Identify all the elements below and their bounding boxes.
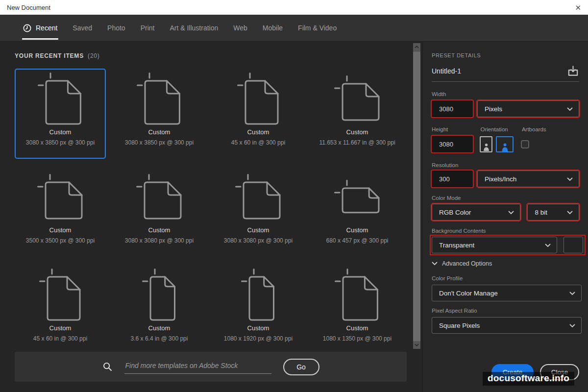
recent-item-card[interactable]: Custom 3500 x 3500 px @ 300 ppi xyxy=(15,167,106,257)
document-icon xyxy=(16,70,105,128)
scrollbar-thumb[interactable] xyxy=(413,51,420,341)
height-input[interactable] xyxy=(432,136,473,152)
pixel-aspect-ratio-value: Square Pixels xyxy=(439,322,480,329)
recent-item-title: Custom xyxy=(148,324,171,332)
resolution-label: Resolution xyxy=(432,162,579,168)
recent-item-card[interactable]: Custom 45 x 60 in @ 300 ppi xyxy=(15,265,106,355)
color-mode-row: RGB Color 8 bit xyxy=(432,204,579,220)
artboards-label: Artboards xyxy=(522,126,546,132)
chevron-down-icon xyxy=(545,242,551,249)
chevron-down-icon[interactable] xyxy=(413,341,420,349)
width-unit-select[interactable]: Pixels xyxy=(477,100,579,117)
height-labels-row: Height Orientation Artboards xyxy=(432,124,579,133)
window-close-icon[interactable]: ✕ xyxy=(575,4,581,11)
clock-icon xyxy=(23,24,31,32)
width-unit-value: Pixels xyxy=(485,105,502,113)
recent-item-card[interactable]: Custom 3.6 x 6.4 in @ 300 ppi xyxy=(114,265,205,355)
category-tabbar: Recent Saved Photo Print Art & Illustrat… xyxy=(0,15,588,42)
chevron-up-icon[interactable] xyxy=(413,43,420,51)
recent-item-title: Custom xyxy=(49,226,72,234)
bit-depth-select[interactable]: 8 bit xyxy=(527,204,579,220)
magnifier-icon xyxy=(102,362,113,372)
document-name-field[interactable] xyxy=(432,67,544,75)
artboards-checkbox[interactable] xyxy=(521,140,529,148)
recent-item-title: Custom xyxy=(247,128,270,136)
recent-item-title: Custom xyxy=(247,226,270,234)
pixel-aspect-ratio-select[interactable]: Square Pixels xyxy=(432,317,582,334)
landscape-person-icon[interactable] xyxy=(496,136,514,152)
background-contents-row: Transparent xyxy=(432,237,584,253)
resolution-row: Pixels/Inch xyxy=(432,171,579,187)
recent-item-card[interactable]: Custom 3080 x 3080 px @ 300 ppi xyxy=(213,167,304,257)
color-mode-select[interactable]: RGB Color xyxy=(432,204,520,220)
recent-item-card[interactable]: Custom 11.653 x 11.667 in @ 300 ppi xyxy=(312,69,403,159)
section-heading: YOUR RECENT ITEMS (20) xyxy=(15,52,422,59)
portrait-person-icon[interactable] xyxy=(480,136,492,152)
recent-item-dimensions: 45 x 60 in @ 300 ppi xyxy=(33,335,87,342)
chevron-down-icon xyxy=(508,209,514,216)
section-heading-text: YOUR RECENT ITEMS xyxy=(15,52,84,59)
height-row xyxy=(432,136,579,152)
tab-label: Saved xyxy=(73,24,92,32)
go-button[interactable]: Go xyxy=(283,359,319,375)
recent-item-title: Custom xyxy=(346,128,368,136)
recent-item-card[interactable]: Custom 3080 x 3080 px @ 300 ppi xyxy=(114,167,205,257)
document-icon xyxy=(16,168,105,226)
recent-items-grid: Custom 3080 x 3850 px @ 300 ppi Custom 3… xyxy=(15,69,403,355)
tab-label: Film & Video xyxy=(298,24,337,32)
document-icon xyxy=(214,70,303,128)
category-tab[interactable]: Saved xyxy=(73,15,92,42)
category-tab[interactable]: Film & Video xyxy=(298,15,337,42)
recent-item-card[interactable]: Custom 1080 x 1920 px @ 300 ppi xyxy=(213,265,304,355)
recent-item-card[interactable]: Custom 3080 x 3850 px @ 300 ppi xyxy=(15,69,106,159)
recent-items-section: YOUR RECENT ITEMS (20) Custom 3080 x 385… xyxy=(0,42,422,392)
search-input[interactable] xyxy=(124,360,271,374)
advanced-options-toggle[interactable]: Advanced Options xyxy=(432,260,579,267)
background-contents-select[interactable]: Transparent xyxy=(432,237,557,253)
recent-item-dimensions: 1080 x 1350 px @ 300 ppi xyxy=(323,335,392,342)
category-tab[interactable]: Art & Illustration xyxy=(170,15,218,42)
category-tab[interactable]: Mobile xyxy=(263,15,283,42)
recent-item-title: Custom xyxy=(49,128,72,136)
width-input[interactable] xyxy=(432,100,473,117)
bit-depth-value: 8 bit xyxy=(535,209,547,216)
window-titlebar: New Document ✕ xyxy=(0,0,588,15)
resolution-unit-value: Pixels/Inch xyxy=(485,175,516,183)
resolution-input[interactable] xyxy=(432,171,473,187)
recent-item-title: Custom xyxy=(346,226,368,234)
recent-item-card[interactable]: Custom 680 x 457 px @ 300 ppi xyxy=(312,167,403,257)
advanced-options-label: Advanced Options xyxy=(442,260,492,267)
color-mode-value: RGB Color xyxy=(439,209,471,216)
recent-item-title: Custom xyxy=(247,324,270,332)
tab-label: Photo xyxy=(107,24,125,32)
tab-label: Recent xyxy=(36,24,57,32)
recent-item-card[interactable]: Custom 1080 x 1350 px @ 300 ppi xyxy=(312,265,403,355)
category-tab[interactable]: Photo xyxy=(107,15,125,42)
pixel-aspect-ratio-label: Pixel Aspect Ratio xyxy=(432,308,579,314)
document-icon xyxy=(115,266,204,324)
grid-scrollbar[interactable] xyxy=(413,43,420,349)
background-contents-label: Background Contents xyxy=(432,228,579,234)
recent-item-card[interactable]: Custom 3080 x 3850 px @ 300 ppi xyxy=(114,69,205,159)
tab-label: Art & Illustration xyxy=(170,24,218,32)
window-title: New Document xyxy=(7,4,50,11)
recent-item-dimensions: 3080 x 3850 px @ 300 ppi xyxy=(125,139,194,146)
document-icon xyxy=(16,266,105,324)
color-mode-label: Color Mode xyxy=(432,195,579,201)
document-icon xyxy=(313,70,402,128)
category-tab[interactable]: Web xyxy=(233,15,247,42)
category-tab[interactable]: Recent xyxy=(23,15,57,42)
category-tab[interactable]: Print xyxy=(141,15,155,42)
background-color-swatch[interactable] xyxy=(564,237,583,253)
recent-item-card[interactable]: Custom 45 x 60 in @ 300 ppi xyxy=(213,69,304,159)
chevron-down-icon xyxy=(569,322,575,329)
recent-item-dimensions: 3080 x 3080 px @ 300 ppi xyxy=(125,237,194,244)
download-icon[interactable] xyxy=(567,65,579,77)
color-profile-select[interactable]: Don't Color Manage xyxy=(432,285,582,301)
recent-item-title: Custom xyxy=(148,226,171,234)
resolution-unit-select[interactable]: Pixels/Inch xyxy=(477,171,579,187)
height-label: Height xyxy=(432,126,478,132)
tab-label: Mobile xyxy=(263,24,283,32)
recent-item-dimensions: 680 x 457 px @ 300 ppi xyxy=(326,237,389,244)
recent-item-dimensions: 3.6 x 6.4 in @ 300 ppi xyxy=(131,335,188,342)
